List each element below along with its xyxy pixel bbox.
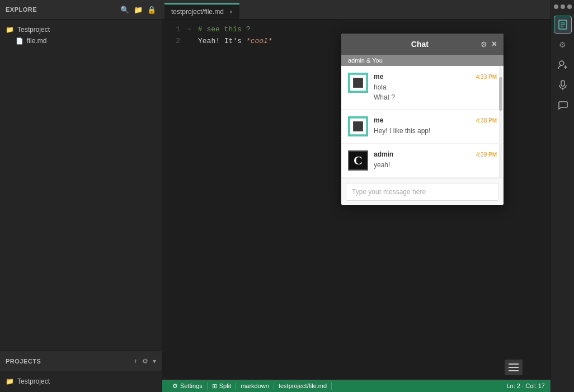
projects-header: Projects + ⚙ ▾ [0, 351, 162, 371]
split-label: Split [219, 382, 231, 389]
settings-icon[interactable]: ⚙ [142, 357, 148, 365]
line-number-2: 2 [171, 36, 180, 48]
panel-settings-icon[interactable]: ⚙ [554, 36, 572, 54]
filepath-status-item[interactable]: testproject/file.md [274, 382, 332, 390]
scrollbar-thumb[interactable] [499, 77, 502, 111]
explore-title: Explore [6, 6, 37, 13]
chat-sender-1: me [374, 73, 383, 81]
sidebar: Explore 🔍 📁 🔒 📁 Testproject 📄 file.md Pr… [0, 0, 162, 392]
chat-settings-icon[interactable]: ⚙ [481, 40, 487, 49]
settings-label: Settings [180, 382, 203, 389]
svg-point-8 [559, 61, 564, 65]
folder-icon-btn[interactable]: 📁 [134, 6, 143, 14]
chat-msg-header-3: admin 4:39 PM [374, 150, 497, 158]
split-status-item[interactable]: ⊞ Split [208, 382, 236, 390]
chat-close-button[interactable]: × [492, 39, 497, 49]
tab-close-button[interactable]: × [229, 9, 233, 15]
chat-line-1-1: hola [374, 82, 497, 92]
chat-msg-body-2: me 4:38 PM Hey! I like this app! [374, 116, 497, 136]
folder-item[interactable]: 📁 Testproject [0, 24, 162, 35]
chat-line-2-1: Hey! I like this app! [374, 126, 497, 136]
projects-section: Projects + ⚙ ▾ 📁 Testproject [0, 351, 162, 392]
chat-msg-header-2: me 4:38 PM [374, 116, 497, 124]
project-name: Testproject [17, 377, 50, 385]
panel-dots [554, 4, 572, 9]
add-person-icon-btn[interactable] [554, 56, 572, 74]
chat-message-3: C admin 4:39 PM yeah! [341, 144, 504, 178]
chat-header: Chat ⚙ × [341, 34, 504, 55]
chat-text-3: yeah! [374, 160, 497, 170]
chat-sender-3: admin [374, 150, 393, 158]
language-status-item[interactable]: markdown [236, 382, 274, 390]
file-name: file.md [27, 37, 46, 45]
folder-icon: 📁 [6, 26, 14, 34]
chat-sender-2: me [374, 116, 383, 124]
avatar-me-2 [348, 116, 368, 136]
cursor-position: Ln: 2 · Col: 17 [507, 382, 545, 389]
status-right: Ln: 2 · Col: 17 [507, 382, 545, 389]
line-content-1: # see this ? [198, 24, 251, 36]
tab-bar: testproject/file.md × [162, 0, 551, 20]
folder-name: Testproject [17, 26, 50, 34]
chat-message-1: me 4:33 PM hola What ? [341, 66, 504, 110]
line-number-1: 1 [171, 24, 180, 36]
svg-rect-3 [353, 121, 363, 131]
avatar-me-1 [348, 73, 368, 93]
microphone-icon-btn[interactable] [554, 76, 572, 94]
file-icon-btn[interactable] [554, 16, 572, 34]
chat-messages: me 4:33 PM hola What ? [341, 66, 504, 178]
dot-1 [554, 4, 558, 9]
split-icon: ⊞ [212, 382, 217, 390]
hamburger-line-1 [509, 363, 519, 365]
search-icon[interactable]: 🔍 [120, 6, 129, 14]
language-label: markdown [241, 382, 269, 389]
main-area: testproject/file.md × 1 ~ # see this ? 2… [162, 0, 551, 392]
chat-msg-body-3: admin 4:39 PM yeah! [374, 150, 497, 170]
scrollbar-track [499, 66, 502, 178]
hamburger-button[interactable] [505, 360, 523, 375]
admin-avatar-letter: C [354, 153, 363, 168]
chat-line-3-1: yeah! [374, 160, 497, 170]
settings-status-item[interactable]: ⚙ Settings [168, 382, 208, 390]
line-content-2: Yeah! It's *cool* [198, 36, 272, 48]
status-left: ⚙ Settings ⊞ Split markdown testproject/… [168, 382, 507, 390]
chat-text-1: hola What ? [374, 82, 497, 102]
chat-time-1: 4:33 PM [476, 74, 497, 80]
chat-line-1-2: What ? [374, 92, 497, 102]
projects-title: Projects [6, 358, 41, 365]
projects-list: 📁 Testproject [0, 371, 162, 392]
dot-2 [561, 4, 565, 9]
chat-header-controls: ⚙ × [481, 39, 497, 49]
line-indent-2 [187, 36, 191, 48]
chat-icon-btn[interactable] [554, 96, 572, 114]
chat-participants: admin & You [341, 55, 504, 66]
right-panel: ⚙ [551, 0, 574, 392]
svg-rect-1 [353, 78, 363, 88]
settings-gear-icon: ⚙ [172, 382, 178, 390]
project-folder-icon: 📁 [6, 377, 14, 385]
chat-input[interactable] [346, 183, 499, 201]
chat-text-2: Hey! I like this app! [374, 126, 497, 136]
chat-panel: Chat ⚙ × admin & You [341, 34, 504, 205]
chat-msg-header-1: me 4:33 PM [374, 73, 497, 81]
filepath-label: testproject/file.md [279, 382, 327, 389]
dot-3 [567, 4, 572, 9]
tab-label: testproject/file.md [171, 8, 224, 16]
lock-icon[interactable]: 🔒 [147, 6, 156, 14]
status-bar: ⚙ Settings ⊞ Split markdown testproject/… [162, 380, 551, 392]
file-tree: 📁 Testproject 📄 file.md [0, 20, 162, 351]
chevron-down-icon[interactable]: ▾ [153, 357, 156, 365]
chat-message-2: me 4:38 PM Hey! I like this app! [341, 110, 504, 144]
list-item[interactable]: 📁 Testproject [0, 375, 162, 388]
editor-tab[interactable]: testproject/file.md × [164, 3, 239, 19]
hamburger-line-2 [509, 367, 519, 368]
chat-time-2: 4:38 PM [476, 117, 497, 124]
projects-header-icons: + ⚙ ▾ [134, 357, 156, 365]
file-icon-md: 📄 [16, 37, 23, 45]
file-item[interactable]: 📄 file.md [0, 35, 162, 46]
explore-header: Explore 🔍 📁 🔒 [0, 0, 162, 20]
chat-input-area [341, 178, 504, 205]
explore-header-icons: 🔍 📁 🔒 [120, 6, 156, 14]
chat-title: Chat [359, 40, 481, 49]
add-project-icon[interactable]: + [134, 357, 138, 365]
